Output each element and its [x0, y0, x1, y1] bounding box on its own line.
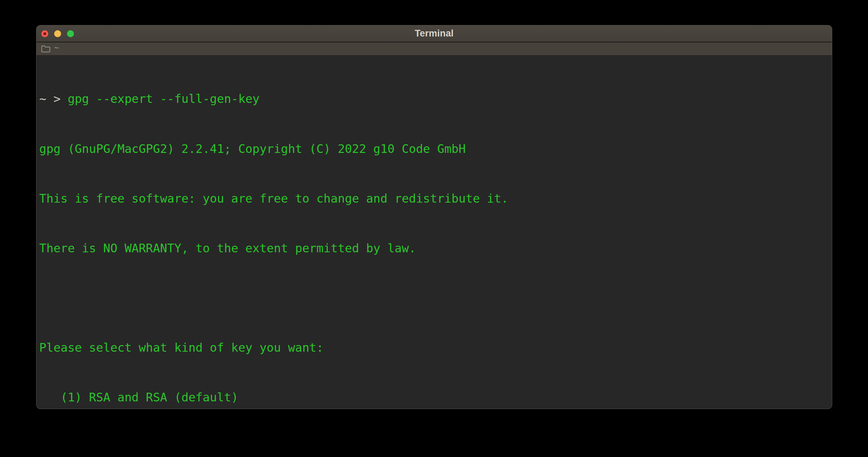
tab-home-directory[interactable]: ~ [41, 42, 59, 55]
zoom-button[interactable] [67, 30, 74, 37]
window-title-bar[interactable]: Terminal [36, 25, 832, 42]
terminal-content[interactable]: ~ > gpg --expert --full-gen-key gpg (Gnu… [36, 56, 832, 408]
traffic-light-buttons [41, 30, 74, 37]
close-button[interactable] [41, 30, 48, 37]
terminal-line: gpg (GnuPG/MacGPG2) 2.2.41; Copyright (C… [39, 141, 832, 157]
folder-icon [41, 45, 50, 53]
terminal-line: (1) RSA and RSA (default) [39, 389, 832, 406]
terminal-line [39, 290, 832, 307]
desktop-background: Terminal ~ ~ > gpg --expert --full-gen-k… [0, 0, 868, 457]
terminal-window: Terminal ~ ~ > gpg --expert --full-gen-k… [36, 25, 832, 409]
tab-label: ~ [54, 43, 59, 53]
command-line: ~ > gpg --expert --full-gen-key [39, 91, 832, 107]
minimize-button[interactable] [54, 30, 61, 37]
terminal-line: Please select what kind of key you want: [39, 340, 832, 356]
terminal-line: There is NO WARRANTY, to the extent perm… [39, 240, 832, 257]
window-title: Terminal [415, 28, 453, 39]
tab-bar: ~ [36, 42, 832, 56]
terminal-line: This is free software: you are free to c… [39, 190, 832, 207]
command-text: gpg --expert --full-gen-key [68, 92, 260, 106]
shell-prompt: ~ > [39, 92, 68, 106]
